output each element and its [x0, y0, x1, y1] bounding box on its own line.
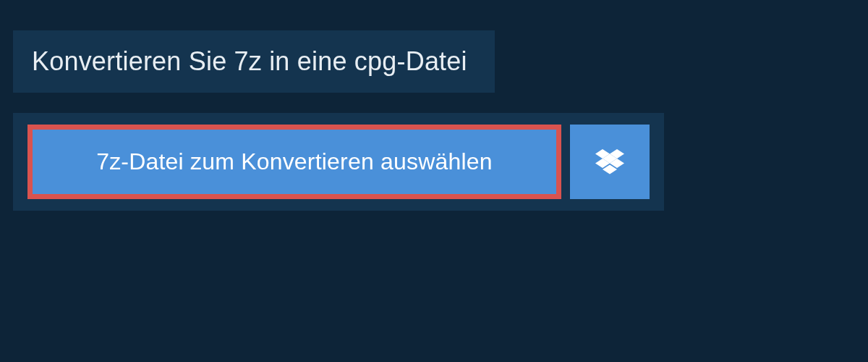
- page-title: Konvertieren Sie 7z in eine cpg-Datei: [32, 46, 467, 77]
- select-file-label: 7z-Datei zum Konvertieren auswählen: [96, 148, 493, 175]
- upload-actions-row: 7z-Datei zum Konvertieren auswählen: [13, 113, 664, 211]
- select-file-button[interactable]: 7z-Datei zum Konvertieren auswählen: [27, 125, 561, 199]
- dropbox-icon: [595, 149, 624, 175]
- page-header: Konvertieren Sie 7z in eine cpg-Datei: [13, 30, 495, 93]
- dropbox-button[interactable]: [570, 125, 650, 199]
